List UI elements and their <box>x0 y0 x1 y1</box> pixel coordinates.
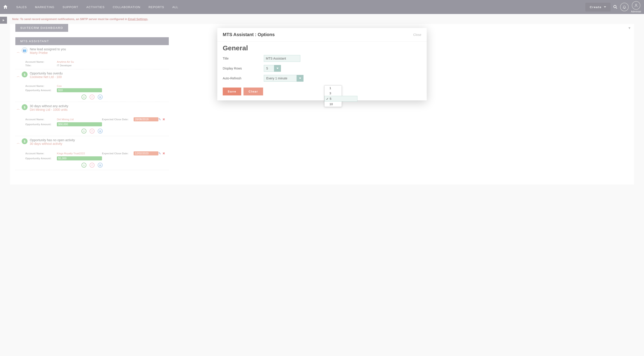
title-input[interactable] <box>264 55 300 62</box>
auto-refresh-select[interactable]: Every 1 minute <box>264 75 304 82</box>
dropdown-option[interactable]: 10 <box>324 102 342 107</box>
modal-title: MTS Assistant : Options <box>223 32 274 37</box>
options-modal: MTS Assistant : Options Close General Ti… <box>217 28 427 100</box>
select-arrow-icon <box>297 75 304 82</box>
display-rows-dropdown: 1 3 5 10 <box>324 85 342 107</box>
modal-close-link[interactable]: Close <box>413 33 421 36</box>
auto-refresh-label: Auto-Refresh <box>223 76 264 80</box>
dropdown-option-selected[interactable]: 5 <box>324 96 358 102</box>
display-rows-label: Display Rows <box>223 66 264 70</box>
general-section-title: General <box>223 44 421 52</box>
save-button[interactable]: Save <box>223 88 241 96</box>
auto-refresh-value: Every 1 minute <box>264 75 297 82</box>
display-rows-value: 5 <box>264 65 274 72</box>
clear-button[interactable]: Clear <box>244 88 263 96</box>
display-rows-select[interactable]: 5 <box>264 65 281 72</box>
title-field-label: Title <box>223 57 264 60</box>
dropdown-option[interactable]: 1 <box>324 86 342 91</box>
dropdown-option[interactable]: 3 <box>324 91 342 96</box>
select-arrow-icon <box>274 65 281 72</box>
